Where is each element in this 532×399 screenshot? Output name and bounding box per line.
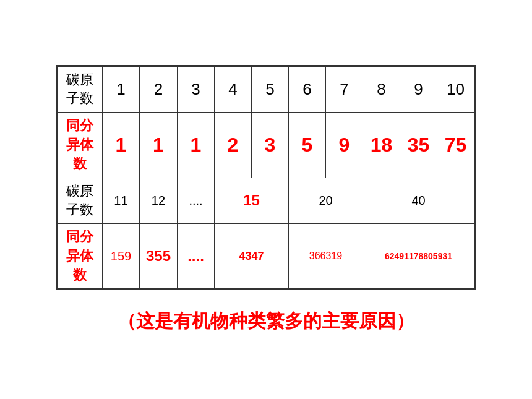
bottom-header-row: 碳原子数 11 12 .... 15 20 40 xyxy=(58,178,474,224)
isomer-9: 35 xyxy=(400,113,437,178)
isomer-3: 1 xyxy=(178,113,215,178)
carbon-9: 9 xyxy=(400,66,437,113)
carbon-15: 15 xyxy=(215,178,289,224)
carbon-12: 12 xyxy=(139,178,177,224)
top-isomer-row: 同分异体数 1 1 1 2 3 5 9 18 35 75 xyxy=(58,113,474,178)
top-header-row: 碳原子数 1 2 3 4 5 6 7 8 9 10 xyxy=(58,66,474,113)
isomer-4: 2 xyxy=(215,113,252,178)
isomer-6: 5 xyxy=(289,113,326,178)
carbon-7: 7 xyxy=(326,66,363,113)
carbon-11: 11 xyxy=(102,178,139,224)
carbon-5: 5 xyxy=(252,66,289,113)
carbon-3: 3 xyxy=(178,66,215,113)
main-container: 碳原子数 1 2 3 4 5 6 7 8 9 10 同分异体数 1 1 1 2 … xyxy=(56,65,476,335)
isomer-11: 159 xyxy=(102,224,139,289)
isomer-dots: .... xyxy=(178,224,215,289)
carbon-10: 10 xyxy=(437,66,474,113)
isomer-15: 4347 xyxy=(215,224,289,289)
col-label-carbon-top: 碳原子数 xyxy=(58,66,102,113)
col-label-carbon-bottom: 碳原子数 xyxy=(58,178,102,224)
isomer-12: 355 xyxy=(139,224,177,289)
isomer-5: 3 xyxy=(252,113,289,178)
carbon-8: 8 xyxy=(363,66,400,113)
col-label-isomer-bottom: 同分异体数 xyxy=(58,224,102,289)
isomer-8: 18 xyxy=(363,113,400,178)
carbon-dots: .... xyxy=(178,178,215,224)
isomer-20: 366319 xyxy=(289,224,363,289)
carbon-1: 1 xyxy=(102,66,139,113)
carbon-2: 2 xyxy=(139,66,177,113)
carbon-20: 20 xyxy=(289,178,363,224)
col-label-isomer-top: 同分异体数 xyxy=(58,113,102,178)
isomer-2: 1 xyxy=(139,113,177,178)
isomer-10: 75 xyxy=(437,113,474,178)
isomer-1: 1 xyxy=(102,113,139,178)
isomer-7: 9 xyxy=(326,113,363,178)
isomer-40: 62491178805931 xyxy=(363,224,474,289)
carbon-6: 6 xyxy=(289,66,326,113)
data-table: 碳原子数 1 2 3 4 5 6 7 8 9 10 同分异体数 1 1 1 2 … xyxy=(56,65,476,291)
bottom-isomer-row: 同分异体数 159 355 .... 4347 366319 624911788… xyxy=(58,224,474,289)
caption-text: （这是有机物种类繁多的主要原因） xyxy=(118,309,414,334)
carbon-40: 40 xyxy=(363,178,474,224)
carbon-4: 4 xyxy=(215,66,252,113)
